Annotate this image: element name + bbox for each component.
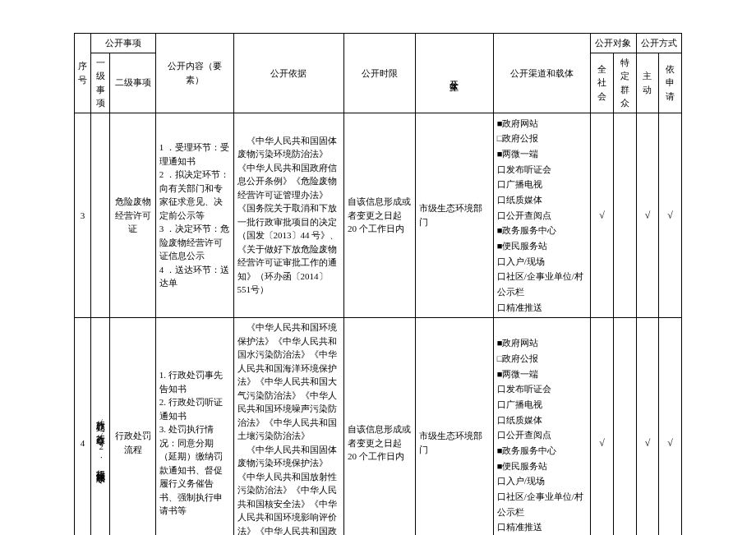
cell-active: √: [636, 113, 659, 318]
table-row: 4 行政处罚/行政命令/2·行政强制和政令 行政处罚流程 1. 行政处罚事先告知…: [75, 318, 682, 535]
th-open-item: 公开事项: [90, 34, 155, 53]
cell-basis: 《中华人民共和国环境保护法》《中华人民共和国水污染防治法》《中华人民共和国海洋环…: [233, 318, 343, 535]
cell-timelimit: 自该信息形成或者变更之日起 20 个工作日内: [343, 113, 415, 318]
th-channel: 公开渠道和载体: [493, 34, 591, 113]
cell-subject: 市级生态环境部门: [415, 318, 493, 535]
cell-basis: 《中华人民共和国固体废物污染环境防治法》《中华人民共和国政府信息公开条例》《危险…: [233, 113, 343, 318]
cell-content: 1 ．受理环节：受理通知书 2 ．拟决定环节：向有关部门和专家征求意见、决定前公…: [155, 113, 233, 318]
th-basis: 公开依据: [233, 34, 343, 113]
th-target-all: 全社会: [591, 53, 614, 113]
th-level2: 二级事项: [110, 53, 155, 113]
th-method-active: 主动: [636, 53, 659, 113]
cell-level1: 行政处罚/行政命令/2·行政强制和政令: [90, 318, 110, 535]
cell-timelimit: 自该信息形成或者变更之日起 20 个工作日内: [343, 318, 415, 535]
cell-seq: 3: [75, 113, 91, 318]
th-subject: 公开主体: [415, 34, 493, 113]
table-row: 3 危险废物经营许可证 1 ．受理环节：受理通知书 2 ．拟决定环节：向有关部门…: [75, 113, 682, 318]
cell-channel: ■政府网站 □政府公报 ■两微一端 口发布听证会 口广播电视 口纸质媒体 口公开…: [493, 113, 591, 318]
th-seq: 序号: [75, 34, 91, 113]
cell-level2: 危险废物经营许可证: [110, 113, 155, 318]
cell-subject: 市级生态环境部门: [415, 113, 493, 318]
th-target: 公开对象: [591, 34, 636, 53]
disclosure-table: 序号 公开事项 公开内容（要素） 公开依据 公开时限 公开主体 公开渠道和载体 …: [74, 33, 682, 535]
cell-all: √: [591, 318, 614, 535]
cell-apply: √: [659, 318, 682, 535]
cell-seq: 4: [75, 318, 91, 535]
cell-level1: [90, 113, 110, 318]
table-header: 序号 公开事项 公开内容（要素） 公开依据 公开时限 公开主体 公开渠道和载体 …: [75, 34, 682, 113]
cell-channel: ■政府网站 □政府公报 ■两微一端 口发布听证会 口广播电视 口纸质媒体 口公开…: [493, 318, 591, 535]
cell-apply: √: [659, 113, 682, 318]
th-content: 公开内容（要素）: [155, 34, 233, 113]
cell-level2: 行政处罚流程: [110, 318, 155, 535]
th-timelimit: 公开时限: [343, 34, 415, 113]
th-method: 公开方式: [636, 34, 681, 53]
cell-spec: [613, 318, 636, 535]
cell-active: √: [636, 318, 659, 535]
th-target-spec: 特定群众: [613, 53, 636, 113]
cell-spec: [613, 113, 636, 318]
cell-all: √: [591, 113, 614, 318]
th-method-apply: 依申请: [659, 53, 682, 113]
cell-content: 1. 行政处罚事先告知书 2. 行政处罚听证通知书 3. 处罚执行情况：同意分期…: [155, 318, 233, 535]
th-level1: 一级事项: [90, 53, 110, 113]
